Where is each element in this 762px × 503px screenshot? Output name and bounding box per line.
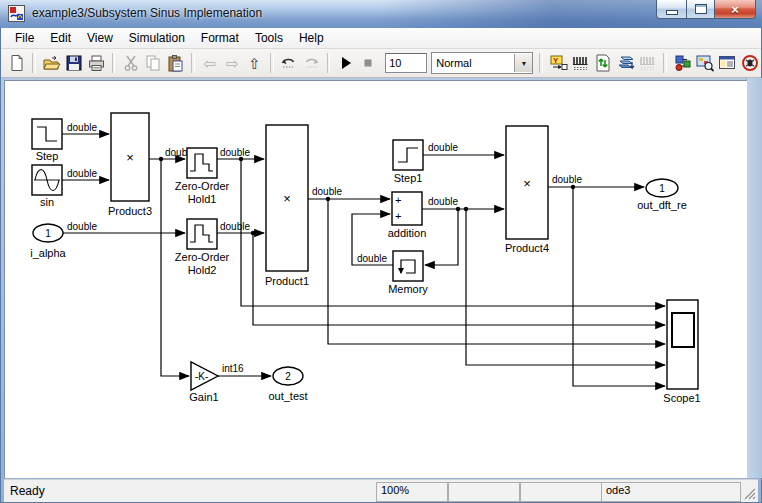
model-browser-button[interactable] bbox=[695, 52, 715, 74]
outport-out-test[interactable]: 2 bbox=[273, 367, 303, 385]
port-label-out-dft-re[interactable]: out_dft_re bbox=[637, 199, 687, 211]
undo-button[interactable] bbox=[279, 52, 299, 74]
stop-icon bbox=[360, 55, 376, 71]
signal-label: double bbox=[220, 221, 250, 232]
signal-selector-button[interactable]: Y bbox=[548, 52, 568, 74]
start-simulation-button[interactable] bbox=[335, 52, 355, 74]
model-canvas[interactable]: double double double double double doubl… bbox=[4, 80, 747, 478]
library-browser-button[interactable] bbox=[672, 52, 692, 74]
block-label-product3[interactable]: Product3 bbox=[108, 205, 152, 217]
outport-out-dft-re[interactable]: 1 bbox=[646, 179, 678, 197]
back-button[interactable]: ⇦ bbox=[200, 52, 220, 74]
signal-label: int16 bbox=[222, 363, 244, 374]
update-diagram-button[interactable] bbox=[593, 52, 613, 74]
port-number: 1 bbox=[45, 228, 51, 239]
forward-button[interactable]: ⇨ bbox=[222, 52, 242, 74]
wire-product4-to-scope1[interactable] bbox=[573, 187, 665, 386]
build-all-button[interactable] bbox=[571, 52, 591, 74]
build-disabled-button[interactable] bbox=[638, 52, 658, 74]
paste-button[interactable] bbox=[165, 52, 185, 74]
block-gain1[interactable]: -K- bbox=[191, 362, 218, 390]
simulation-mode-value: Normal bbox=[432, 57, 514, 69]
wire-addition-to-scope1[interactable] bbox=[466, 209, 665, 365]
block-memory[interactable] bbox=[393, 251, 423, 281]
title-bar[interactable]: example3/Subsystem Sinus Implemenation × bbox=[0, 0, 762, 29]
block-label-zoh2[interactable]: Hold2 bbox=[188, 264, 217, 276]
window-title: example3/Subsystem Sinus Implemenation bbox=[32, 6, 262, 20]
block-label-step1[interactable]: Step1 bbox=[394, 172, 423, 184]
simulation-stop-time-input[interactable] bbox=[385, 53, 427, 73]
maximize-icon bbox=[695, 4, 707, 14]
block-label-zoh1[interactable]: Hold1 bbox=[188, 193, 217, 205]
model-explorer-button[interactable] bbox=[717, 52, 737, 74]
menu-help[interactable]: Help bbox=[291, 29, 332, 47]
toolbar-separator bbox=[539, 53, 543, 73]
port-label-out-test[interactable]: out_test bbox=[268, 390, 307, 402]
wire-addition-to-memory[interactable] bbox=[425, 209, 458, 265]
copy-button[interactable] bbox=[143, 52, 163, 74]
block-product4[interactable]: × bbox=[506, 126, 548, 239]
resize-grip[interactable] bbox=[743, 487, 757, 501]
minimize-icon bbox=[666, 10, 678, 15]
minimize-button[interactable] bbox=[656, 0, 687, 19]
multiply-symbol: × bbox=[283, 191, 291, 206]
block-scope1[interactable] bbox=[667, 300, 698, 389]
block-product1[interactable]: × bbox=[266, 125, 308, 271]
menu-file[interactable]: File bbox=[7, 29, 42, 47]
menu-edit[interactable]: Edit bbox=[42, 29, 79, 47]
block-zero-order-hold1[interactable] bbox=[187, 148, 217, 178]
up-to-parent-button[interactable]: ⇧ bbox=[244, 52, 264, 74]
close-button[interactable]: × bbox=[715, 0, 756, 19]
print-button[interactable] bbox=[86, 52, 106, 74]
menu-simulation[interactable]: Simulation bbox=[121, 29, 193, 47]
menu-format[interactable]: Format bbox=[193, 29, 247, 47]
library-stack-button[interactable] bbox=[616, 52, 636, 74]
wire-zoh2-to-scope1[interactable] bbox=[253, 233, 665, 325]
save-icon bbox=[65, 54, 83, 72]
block-product3[interactable]: × bbox=[111, 113, 149, 201]
wire-product1-to-scope1[interactable] bbox=[328, 199, 665, 344]
save-model-button[interactable] bbox=[64, 52, 84, 74]
build-disabled-icon bbox=[638, 53, 658, 73]
block-sin[interactable] bbox=[32, 165, 62, 195]
block-label-step[interactable]: Step bbox=[36, 150, 59, 162]
open-model-button[interactable] bbox=[41, 52, 61, 74]
new-model-button[interactable] bbox=[7, 52, 27, 74]
block-label-sin[interactable]: sin bbox=[40, 196, 54, 208]
block-label-gain1[interactable]: Gain1 bbox=[189, 391, 218, 403]
menu-tools[interactable]: Tools bbox=[247, 29, 291, 47]
block-label-memory[interactable]: Memory bbox=[388, 283, 428, 295]
block-label-zoh1[interactable]: Zero-Order bbox=[175, 180, 230, 192]
block-label-addition[interactable]: addition bbox=[388, 227, 427, 239]
port-label-i-alpha[interactable]: i_alpha bbox=[30, 247, 66, 259]
block-label-scope1[interactable]: Scope1 bbox=[663, 392, 700, 404]
play-icon bbox=[338, 55, 354, 71]
block-label-zoh2[interactable]: Zero-Order bbox=[175, 251, 230, 263]
signal-selector-icon: Y bbox=[549, 53, 569, 73]
simulation-mode-select[interactable]: Normal ▼ bbox=[431, 52, 533, 74]
inport-i-alpha[interactable]: 1 bbox=[33, 224, 63, 242]
gain-value: -K- bbox=[195, 371, 208, 382]
block-addition[interactable]: + + bbox=[392, 192, 422, 225]
status-bar: Ready 100% ode3 bbox=[4, 479, 758, 502]
cut-icon bbox=[122, 54, 140, 72]
status-panel-empty bbox=[520, 482, 602, 502]
library-browser-icon bbox=[673, 53, 693, 73]
block-zero-order-hold2[interactable] bbox=[187, 219, 217, 249]
signal-label: double bbox=[428, 196, 458, 207]
redo-button[interactable] bbox=[301, 52, 321, 74]
signal-label: double bbox=[67, 221, 97, 232]
dropdown-button[interactable]: ▼ bbox=[514, 54, 532, 72]
maximize-button[interactable] bbox=[687, 0, 715, 19]
block-step[interactable] bbox=[32, 119, 62, 149]
toolbar-separator bbox=[327, 53, 331, 73]
block-label-product4[interactable]: Product4 bbox=[505, 242, 549, 254]
debug-model-button[interactable] bbox=[740, 52, 760, 74]
update-diagram-icon bbox=[593, 53, 613, 73]
stop-simulation-button[interactable] bbox=[358, 52, 378, 74]
window-frame-right bbox=[746, 78, 762, 478]
block-label-product1[interactable]: Product1 bbox=[265, 275, 309, 287]
block-step1[interactable] bbox=[393, 140, 423, 170]
menu-view[interactable]: View bbox=[79, 29, 121, 47]
cut-button[interactable] bbox=[120, 52, 140, 74]
